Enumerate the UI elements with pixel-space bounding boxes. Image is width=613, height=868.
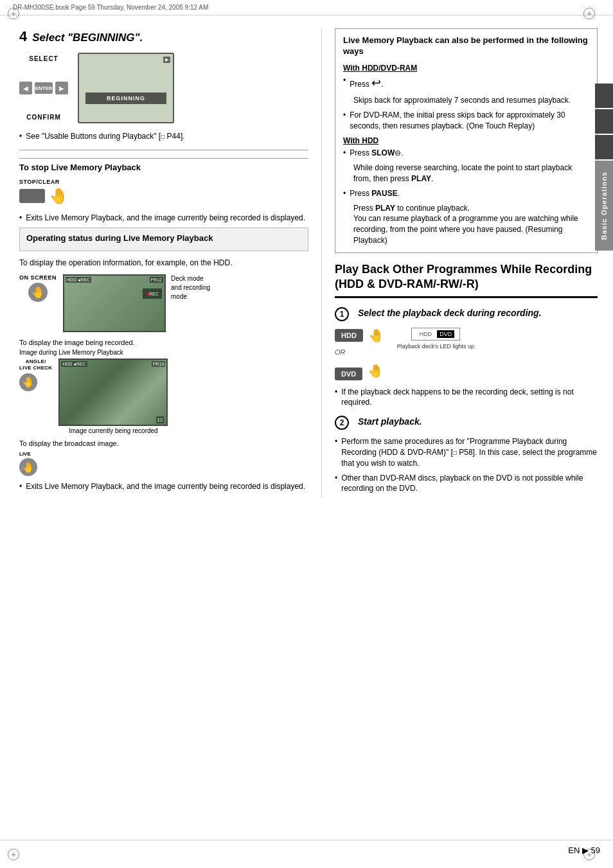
step1-bullet-text: If the playback deck happens to be the r… — [341, 387, 598, 409]
operating-intro: To display the operation information, fo… — [19, 258, 308, 269]
right-arrow-btn[interactable]: ▶ — [55, 82, 68, 94]
header-filename: DR-MH300SE.book Page 59 Thursday, Novemb… — [13, 4, 208, 11]
right-column: Live Memory Playback can also be perform… — [321, 28, 598, 498]
step2-circle: 2 — [335, 416, 349, 430]
live-bullet2: • For DVD-RAM, the initial press skips b… — [343, 110, 589, 132]
stop-clear-group: STOP/CLEAR 🤚 — [19, 179, 68, 205]
stop-bullet: • Exits Live Memory Playback, and the im… — [19, 213, 308, 224]
side-tab-1 — [595, 84, 613, 108]
left-arrow-btn[interactable]: ◀ — [19, 82, 32, 94]
step4-bullet1: • See "Usable Buttons during Playback" [… — [19, 131, 308, 142]
live-memory-box: Live Memory Playback can also be perform… — [335, 28, 598, 253]
beginning-bar: BEGINNING — [85, 93, 166, 104]
nav-arrows: ◀ ENTER ▶ — [19, 82, 68, 94]
live-memory-title: Live Memory Playback can also be perform… — [343, 35, 589, 57]
live-screen: HDD ●REC PR14 12 — [58, 359, 168, 426]
angle-live-group: ANGLE/LIVE CHECK 🤚 — [19, 359, 52, 391]
operating-status-box: Operating status during Live Memory Play… — [19, 227, 308, 251]
led-display: HDD DVD — [411, 328, 461, 341]
side-tab-3 — [595, 135, 613, 159]
exit-bullet: • Exits Live Memory Playback, and the im… — [19, 481, 308, 492]
nav-labels: SELECT ◀ ENTER ▶ CONFIRM — [19, 55, 68, 121]
step2-heading: 2 Start playback. — [335, 416, 598, 430]
exit-bullet-text: Exits Live Memory Playback, and the imag… — [26, 481, 305, 492]
dvd-hand: 🤚 — [368, 363, 384, 378]
page-footer: EN ▶ 59 — [0, 840, 613, 855]
angle-live-label: ANGLE/LIVE CHECK — [19, 359, 52, 371]
live-bullet1-text: Skips back for approximately 7 seconds a… — [353, 95, 589, 106]
hdd-hand: 🤚 — [368, 328, 384, 343]
broadcast-text: To display the broadcast image. — [19, 439, 308, 447]
live-btn[interactable]: 🤚 — [19, 458, 37, 476]
led-hdd: HDD — [417, 330, 435, 338]
live-bullet4: • Press PAUSE. — [343, 188, 589, 199]
corner-mark-tl — [8, 8, 19, 19]
step4-number: 4 — [19, 28, 27, 45]
screen-top-info: ▶ — [163, 57, 170, 63]
bullet-dot: • — [19, 131, 22, 142]
select-confirm-diagram: SELECT ◀ ENTER ▶ CONFIRM ▶ BEGINNING — [19, 53, 308, 123]
side-tab-area: Basic Operations — [595, 84, 613, 251]
live-bullet3: • Press SLOW⊖. — [343, 148, 589, 159]
play-back-heading: Play Back Other Programmes While Recordi… — [335, 262, 598, 298]
left-column: 4 Select "BEGINNING". SELECT ◀ ENTER ▶ C… — [19, 28, 321, 498]
play-back-section: Play Back Other Programmes While Recordi… — [335, 262, 598, 494]
dvd-button[interactable]: DVD — [335, 368, 362, 380]
or-label: OR — [335, 348, 346, 356]
on-screen-display: HDD ●REC PR12 ● REC — [63, 274, 166, 332]
slow-text: SLOW — [371, 148, 395, 157]
screen-with-annotation: HDD ●REC PR12 ● REC Deck mode and record… — [63, 274, 222, 332]
angle-live-btn[interactable]: 🤚 — [19, 373, 37, 391]
page-container: DR-MH300SE.book Page 59 Thursday, Novemb… — [0, 0, 613, 868]
curved-arrow-icon: ↩ — [371, 76, 381, 89]
image-during-label: Image during Live Memory Playback — [19, 349, 123, 356]
led-caption: Playback deck's LED lights up — [397, 343, 474, 350]
side-tab-label: Basic Operations — [600, 172, 608, 240]
operating-status-title: Operating status during Live Memory Play… — [26, 233, 301, 243]
step1-bullet: • If the playback deck happens to be the… — [335, 387, 598, 409]
step1-heading: 1 Select the playback deck during record… — [335, 307, 598, 321]
live-bullet1: • Press ↩. — [343, 75, 589, 91]
on-screen-btn[interactable]: 🤚 — [28, 283, 48, 302]
on-screen-group: ON SCREEN 🤚 — [19, 274, 57, 302]
stop-clear-label: STOP/CLEAR — [19, 179, 68, 185]
enter-btn[interactable]: ENTER — [35, 82, 53, 94]
confirm-label: CONFIRM — [26, 114, 61, 121]
step2-title: Start playback. — [358, 416, 422, 427]
footer-page-number: EN ▶ 59 — [568, 846, 600, 855]
deck-buttons-wrapper: HDD 🤚 OR DVD 🤚 — [335, 328, 598, 380]
on-screen-hand: 🤚 — [31, 285, 45, 299]
header-bar: DR-MH300SE.book Page 59 Thursday, Novemb… — [0, 0, 613, 15]
side-tab-active: Basic Operations — [595, 161, 613, 251]
stop-clear-area: STOP/CLEAR 🤚 — [19, 179, 308, 205]
stop-button[interactable] — [19, 189, 45, 203]
image-caption-row: Image during Live Memory Playback — [19, 349, 308, 356]
live-bullet2-text: For DVD-RAM, the initial press skips bac… — [350, 110, 589, 132]
with-hdd-label: With HDD — [343, 136, 589, 145]
side-tab-2 — [595, 109, 613, 134]
on-screen-label: ON SCREEN — [19, 274, 57, 281]
image-section: Image during Live Memory Playback ANGLE/… — [19, 349, 308, 434]
hdd-button[interactable]: HDD — [335, 329, 363, 342]
step4-bullet1-text: See "Usable Buttons during Playback" [□ … — [26, 131, 184, 142]
with-hdd-dvd-label: With HDD/DVD-RAM — [343, 64, 589, 73]
step1-circle: 1 — [335, 307, 349, 321]
stop-hand-icon: 🤚 — [49, 187, 68, 205]
play-text: PLAY — [411, 174, 431, 183]
step4-screen: ▶ BEGINNING — [78, 53, 174, 123]
stop-button-row: 🤚 — [19, 187, 68, 205]
stop-live-heading: To stop Live Memory Playback — [19, 158, 308, 172]
divider-1 — [19, 150, 308, 150]
live-btn-area: LIVE 🤚 — [19, 451, 308, 476]
corner-mark-tr — [583, 8, 595, 19]
step1-title: Select the playback deck during recordin… — [358, 307, 542, 319]
stop-bullet-text: Exits Live Memory Playback, and the imag… — [26, 213, 305, 224]
image-currently-recorded-caption: Image currently being recorded — [58, 427, 168, 434]
step2-bullet2: • Other than DVD-RAM discs, playback on … — [335, 473, 598, 495]
deck-right-area: HDD DVD Playback deck's LED lights up — [397, 328, 474, 380]
live-bullet4-text: Press PLAY to continue playback. You can… — [353, 203, 589, 246]
live-label: LIVE — [19, 451, 37, 457]
step2-bullet2-text: Other than DVD-RAM discs, playback on th… — [341, 473, 598, 495]
screen-annotation: Deck mode and recording mode — [171, 274, 222, 332]
left-deck-btns: HDD 🤚 OR DVD 🤚 — [335, 328, 384, 380]
